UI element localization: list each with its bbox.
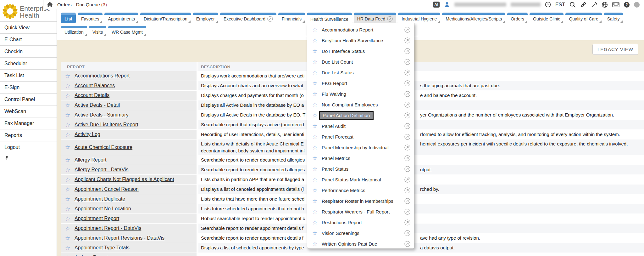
dropdown-item-panel-status-mark-historical[interactable]: ☆Panel Status Mark Historical bbox=[307, 174, 414, 185]
magic-wand-icon[interactable] bbox=[591, 2, 597, 8]
dropdown-item-ekg-report[interactable]: ☆EKG Report bbox=[307, 78, 414, 88]
tab-outside-clinic[interactable]: Outside Clinic bbox=[530, 13, 564, 24]
favorite-star-icon[interactable]: ☆ bbox=[65, 73, 70, 79]
favorite-star-icon[interactable]: ☆ bbox=[312, 59, 318, 65]
report-link[interactable]: Acute Chemical Exposure bbox=[75, 145, 132, 150]
user-icon[interactable] bbox=[444, 2, 450, 8]
dropdown-item-panel-audit[interactable]: ☆Panel Audit bbox=[307, 121, 414, 131]
help-icon[interactable]: ? bbox=[624, 2, 630, 8]
open-in-new-icon[interactable] bbox=[404, 209, 410, 215]
topbar-doc-queue-link[interactable]: Doc Queue(3) bbox=[76, 2, 107, 7]
favorite-star-icon[interactable]: ☆ bbox=[65, 216, 70, 222]
report-link[interactable]: Appointment Cancel Reason bbox=[75, 186, 139, 192]
favorite-star-icon[interactable]: ☆ bbox=[65, 255, 70, 256]
sidebar-item-control-panel[interactable]: Control Panel bbox=[0, 94, 57, 105]
open-in-new-icon[interactable] bbox=[404, 91, 410, 97]
home-icon[interactable] bbox=[47, 2, 53, 7]
favorite-star-icon[interactable]: ☆ bbox=[65, 132, 70, 138]
sidebar-item-fax-manager[interactable]: Fax Manager bbox=[0, 117, 57, 129]
dropdown-item-panel-action-definition[interactable]: ☆Panel Action Definition bbox=[307, 110, 414, 121]
dropdown-item-due-list-count[interactable]: ☆Due List Count bbox=[307, 56, 414, 67]
sidebar-item-task-list[interactable]: Task List bbox=[0, 70, 57, 82]
report-link[interactable]: Applicant Charts Not Flagged as Is Appli… bbox=[75, 177, 174, 182]
report-link[interactable]: Appointment Type Totals bbox=[75, 245, 130, 251]
favorite-star-icon[interactable]: ☆ bbox=[65, 144, 70, 150]
report-link[interactable]: Active Deals - Summary bbox=[75, 112, 129, 118]
favorite-star-icon[interactable]: ☆ bbox=[312, 37, 318, 43]
dropdown-item-restrictions-report[interactable]: ☆Restrictions Report bbox=[307, 217, 414, 228]
favorite-star-icon[interactable]: ☆ bbox=[65, 245, 70, 251]
report-link[interactable]: Account Details bbox=[75, 93, 109, 98]
tab-hr-data-feed[interactable]: HR Data Feed bbox=[354, 13, 396, 24]
sidebar-item-checkin[interactable]: Checkin bbox=[0, 46, 57, 58]
favorite-star-icon[interactable]: ☆ bbox=[65, 167, 70, 173]
dropdown-item-panel-status[interactable]: ☆Panel Status bbox=[307, 163, 414, 174]
favorite-star-icon[interactable]: ☆ bbox=[312, 112, 318, 118]
favorite-star-icon[interactable]: ☆ bbox=[312, 48, 318, 54]
dropdown-item-non-compliant-employees[interactable]: ☆Non-Compliant Employees bbox=[307, 99, 414, 110]
open-in-new-icon[interactable] bbox=[404, 187, 410, 193]
sidebar-item-e-chart[interactable]: E-Chart bbox=[0, 34, 57, 46]
dropdown-item-performance-metrics[interactable]: ☆Performance Metrics bbox=[307, 185, 414, 196]
tab-industrial-hygiene[interactable]: Industrial Hygiene bbox=[398, 13, 440, 24]
favorite-star-icon[interactable]: ☆ bbox=[312, 123, 318, 129]
open-in-new-icon[interactable] bbox=[404, 59, 410, 65]
tab-favorites[interactable]: Favorites bbox=[78, 13, 103, 24]
dropdown-item-due-list-status[interactable]: ☆Due List Status bbox=[307, 67, 414, 78]
open-in-new-icon[interactable] bbox=[404, 241, 410, 247]
favorite-star-icon[interactable]: ☆ bbox=[65, 112, 70, 118]
favorite-star-icon[interactable]: ☆ bbox=[65, 225, 70, 231]
sidebar-item-webscan[interactable]: WebScan bbox=[0, 105, 57, 117]
favorite-star-icon[interactable]: ☆ bbox=[312, 198, 318, 204]
tab-executive-dashboard[interactable]: Executive Dashboard bbox=[220, 13, 276, 24]
report-link[interactable]: Activity Log bbox=[75, 132, 100, 137]
globe-icon[interactable] bbox=[602, 2, 608, 8]
report-link[interactable]: Active Due List Items Report bbox=[75, 122, 138, 128]
favorite-star-icon[interactable]: ☆ bbox=[65, 196, 70, 202]
favorite-star-icon[interactable]: ☆ bbox=[65, 157, 70, 163]
report-link[interactable]: Account Balances bbox=[75, 83, 115, 88]
report-link[interactable]: Asthma Report bbox=[75, 255, 108, 256]
report-link[interactable]: Appointment No Location bbox=[75, 206, 131, 212]
favorite-star-icon[interactable]: ☆ bbox=[312, 80, 318, 86]
tab-list[interactable]: List bbox=[61, 13, 76, 24]
open-in-new-icon[interactable] bbox=[404, 198, 410, 204]
tab-appointments[interactable]: Appointments bbox=[104, 13, 138, 24]
sidebar-item-logout[interactable]: Logout bbox=[0, 141, 57, 153]
open-in-new-icon[interactable] bbox=[404, 123, 410, 129]
favorite-star-icon[interactable]: ☆ bbox=[312, 145, 318, 151]
dropdown-item-respirator-wearers-full-report[interactable]: ☆Respirator Wearers - Full Report bbox=[307, 206, 414, 217]
open-in-new-icon[interactable] bbox=[404, 219, 410, 225]
open-in-new-icon[interactable] bbox=[404, 166, 410, 172]
tab-safety[interactable]: Safety bbox=[604, 13, 623, 24]
legacy-view-button[interactable]: LEGACY VIEW bbox=[592, 44, 638, 55]
open-in-new-icon[interactable] bbox=[404, 155, 410, 161]
open-in-new-icon[interactable] bbox=[404, 48, 410, 54]
open-in-new-icon[interactable] bbox=[404, 112, 410, 118]
favorite-star-icon[interactable]: ☆ bbox=[65, 235, 70, 241]
clock-icon[interactable] bbox=[545, 2, 551, 8]
report-link[interactable]: Appointment Report - DataVis bbox=[75, 225, 141, 231]
favorite-star-icon[interactable]: ☆ bbox=[65, 122, 70, 128]
open-in-new-icon[interactable] bbox=[404, 37, 410, 43]
favorite-star-icon[interactable]: ☆ bbox=[312, 91, 318, 97]
open-in-new-icon[interactable] bbox=[267, 16, 273, 22]
dropdown-item-panel-membership-by-individual[interactable]: ☆Panel Membership by Individual bbox=[307, 142, 414, 153]
favorite-star-icon[interactable]: ☆ bbox=[312, 134, 318, 140]
open-in-new-icon[interactable] bbox=[404, 145, 410, 151]
favorite-star-icon[interactable]: ☆ bbox=[65, 83, 70, 89]
dropdown-item-written-opinions-past-due[interactable]: ☆Written Opinions Past Due bbox=[307, 238, 414, 249]
tab-employer[interactable]: Employer bbox=[193, 13, 218, 24]
tab-quality-of-care[interactable]: Quality of Care bbox=[565, 13, 602, 24]
favorite-star-icon[interactable]: ☆ bbox=[65, 93, 70, 99]
favorite-star-icon[interactable]: ☆ bbox=[312, 177, 318, 183]
report-link[interactable]: Appointment Report Revisions - DataVis bbox=[75, 235, 164, 241]
favorite-star-icon[interactable]: ☆ bbox=[312, 155, 318, 161]
tab-visits[interactable]: Visits bbox=[89, 26, 106, 36]
open-in-new-icon[interactable] bbox=[404, 70, 410, 76]
report-link[interactable]: Accommodations Report bbox=[75, 73, 130, 79]
open-in-new-icon[interactable] bbox=[404, 230, 410, 236]
dropdown-item-flu-waiving[interactable]: ☆Flu Waiving bbox=[307, 88, 414, 99]
search-icon[interactable] bbox=[569, 2, 576, 8]
dropdown-item-panel-forecast[interactable]: ☆Panel Forecast bbox=[307, 131, 414, 142]
